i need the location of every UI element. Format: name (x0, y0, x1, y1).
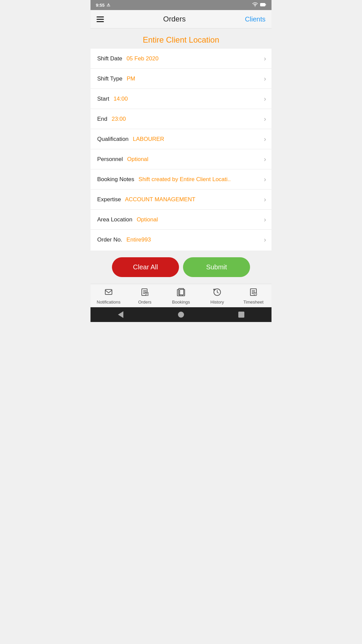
timesheet-icon (249, 287, 258, 298)
nav-item-timesheet[interactable]: Timesheet (235, 287, 272, 305)
form-label-expertise: Expertise (97, 196, 121, 203)
form-row-personnel[interactable]: Personnel Optional › (90, 149, 272, 169)
nav-label-notifications: Notifications (97, 300, 121, 305)
form-row-left-expertise: Expertise ACCOUNT MANAGEMENT (97, 196, 264, 203)
form-row-shift-date[interactable]: Shift Date 05 Feb 2020 › (90, 49, 272, 69)
form-label-shift-date: Shift Date (97, 55, 122, 62)
form-row-left-order-no: Order No. Entire993 (97, 236, 264, 243)
status-left: 9:55 ⚠ (96, 3, 110, 8)
svg-rect-1 (265, 4, 266, 5)
form-label-shift-type: Shift Type (97, 75, 122, 82)
form-label-booking-notes: Booking Notes (97, 176, 134, 183)
status-bar: 9:55 ⚠ (90, 0, 272, 10)
form-label-qualification: Qualification (97, 136, 129, 143)
chevron-right-icon: › (264, 55, 266, 62)
nav-item-history[interactable]: History (199, 287, 235, 305)
form-row-left-shift-type: Shift Type PM (97, 75, 264, 82)
chevron-right-icon: › (264, 75, 266, 83)
form-row-left-start: Start 14:00 (97, 96, 264, 102)
android-nav-bar (90, 307, 272, 322)
form-value-expertise: ACCOUNT MANAGEMENT (124, 196, 195, 203)
bookings-icon (176, 287, 186, 298)
form-value-qualification: LABOURER (131, 136, 164, 143)
chevron-right-icon: › (264, 175, 266, 183)
chevron-right-icon: › (264, 135, 266, 143)
back-button[interactable] (116, 311, 126, 319)
form-row-left-area-location: Area Location Optional (97, 216, 264, 223)
form-row-left-booking-notes: Booking Notes Shift created by Entire Cl… (97, 176, 264, 183)
page-title: Entire Client Location (90, 29, 272, 49)
menu-icon (97, 19, 104, 20)
form-row-left-shift-date: Shift Date 05 Feb 2020 (97, 55, 264, 62)
form-row-left-end: End 23:00 (97, 116, 264, 122)
warning-icon: ⚠ (107, 3, 110, 7)
status-right (252, 2, 266, 8)
home-icon (178, 312, 184, 318)
clients-button[interactable]: Clients (245, 15, 265, 23)
form-row-left-personnel: Personnel Optional (97, 156, 264, 163)
menu-icon (97, 16, 104, 17)
button-row: Clear All Submit (90, 251, 272, 284)
bottom-nav: Notifications Orders Bookings (90, 284, 272, 307)
form-row-qualification[interactable]: Qualification LABOURER › (90, 129, 272, 149)
header: Orders Clients (90, 10, 272, 29)
orders-icon (140, 287, 149, 298)
form-label-start: Start (97, 96, 109, 102)
form-row-start[interactable]: Start 14:00 › (90, 89, 272, 109)
form-value-order-no: Entire993 (125, 236, 151, 243)
home-button[interactable] (176, 311, 186, 319)
form-value-shift-type: PM (125, 75, 135, 82)
recents-icon (238, 312, 244, 318)
chevron-right-icon: › (264, 236, 266, 244)
recents-button[interactable] (236, 311, 246, 319)
nav-label-history: History (210, 300, 224, 305)
header-title: Orders (163, 15, 186, 23)
nav-label-timesheet: Timesheet (243, 300, 263, 305)
history-icon (213, 287, 222, 298)
form-value-end: 23:00 (110, 116, 126, 122)
nav-label-orders: Orders (138, 300, 152, 305)
nav-item-bookings[interactable]: Bookings (163, 287, 199, 305)
clear-all-button[interactable]: Clear All (112, 257, 179, 277)
form-label-order-no: Order No. (97, 236, 122, 243)
chevron-right-icon: › (264, 196, 266, 203)
form-row-end[interactable]: End 23:00 › (90, 109, 272, 129)
wifi-icon (252, 2, 258, 8)
menu-icon (97, 21, 104, 22)
form-label-end: End (97, 116, 107, 122)
form-row-area-location[interactable]: Area Location Optional › (90, 210, 272, 230)
form-label-personnel: Personnel (97, 156, 123, 163)
form-value-start: 14:00 (112, 96, 128, 102)
form-value-personnel: Optional (126, 156, 148, 163)
form-label-area-location: Area Location (97, 216, 132, 223)
form-value-booking-notes: Shift created by Entire Client Locati.. (137, 176, 231, 183)
chevron-right-icon: › (264, 216, 266, 223)
form-value-area-location: Optional (135, 216, 158, 223)
battery-icon (260, 2, 266, 8)
form-row-shift-type[interactable]: Shift Type PM › (90, 69, 272, 89)
nav-item-notifications[interactable]: Notifications (90, 287, 127, 305)
form-value-shift-date: 05 Feb 2020 (125, 55, 159, 62)
svg-rect-2 (105, 289, 112, 294)
submit-button[interactable]: Submit (183, 257, 250, 277)
form-row-expertise[interactable]: Expertise ACCOUNT MANAGEMENT › (90, 190, 272, 210)
form-row-booking-notes[interactable]: Booking Notes Shift created by Entire Cl… (90, 169, 272, 190)
time-display: 9:55 (96, 3, 105, 8)
notifications-icon (104, 287, 113, 298)
nav-label-bookings: Bookings (172, 300, 190, 305)
form-list: Shift Date 05 Feb 2020 › Shift Type PM ›… (90, 49, 272, 251)
nav-item-orders[interactable]: Orders (127, 287, 163, 305)
chevron-right-icon: › (264, 115, 266, 123)
form-row-order-no[interactable]: Order No. Entire993 › (90, 230, 272, 250)
chevron-right-icon: › (264, 155, 266, 163)
menu-button[interactable] (97, 16, 104, 22)
chevron-right-icon: › (264, 95, 266, 103)
svg-rect-0 (260, 3, 265, 6)
back-icon (118, 311, 123, 318)
form-row-left-qualification: Qualification LABOURER (97, 136, 264, 143)
